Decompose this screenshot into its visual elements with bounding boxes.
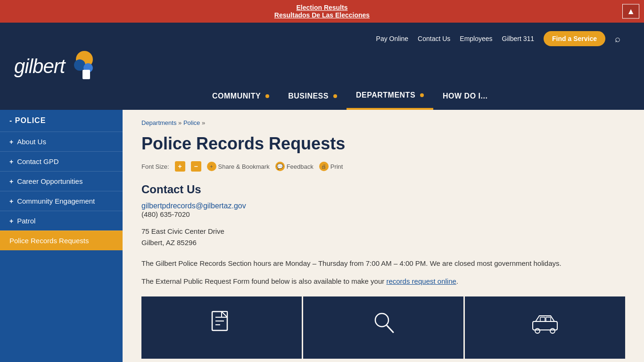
breadcrumb-police[interactable]: Police	[183, 119, 200, 126]
document-icon	[210, 311, 233, 341]
breadcrumb-departments[interactable]: Departments	[141, 119, 176, 126]
card-document[interactable]	[141, 296, 302, 359]
records-request-online-link[interactable]: records request online	[386, 277, 456, 285]
alert-election-results[interactable]: Election Results	[19, 4, 625, 11]
sidebar-item-patrol[interactable]: + Patrol	[0, 211, 123, 230]
nav-departments[interactable]: DEPARTMENTS	[347, 82, 433, 110]
share-bookmark-link[interactable]: + Share & Bookmark	[207, 162, 270, 171]
font-size-label: Font Size:	[141, 163, 169, 170]
plus-icon: +	[9, 158, 13, 165]
main-nav: COMMUNITY BUSINESS DEPARTMENTS HOW DO I.…	[203, 82, 644, 110]
alert-resultados[interactable]: Resultados De Las Elecciones	[19, 11, 625, 19]
svg-rect-13	[540, 317, 545, 321]
breadcrumb: Departments » Police »	[141, 119, 625, 126]
content-wrapper: - POLICE + About Us + Contact GPD + Care…	[0, 110, 644, 362]
contact-us-link[interactable]: Contact Us	[418, 35, 450, 42]
font-tools: Font Size: + − + Share & Bookmark 💬 Feed…	[141, 161, 625, 172]
top-nav: Pay Online Contact Us Employees Gilbert …	[376, 31, 620, 46]
main-content: Departments » Police » Police Records Re…	[123, 110, 644, 362]
search-icon[interactable]: ⌕	[615, 33, 620, 44]
font-decrease-button[interactable]: −	[191, 161, 201, 172]
nav-business[interactable]: BUSINESS	[279, 83, 347, 109]
svg-point-12	[550, 329, 555, 333]
card-car[interactable]	[465, 296, 625, 359]
alert-collapse-chevron[interactable]: ▲	[622, 4, 639, 19]
svg-line-9	[387, 326, 393, 332]
print-icon: 🖨	[319, 162, 329, 171]
pay-online-link[interactable]: Pay Online	[376, 35, 408, 42]
phone-number: (480) 635-7020	[141, 210, 625, 218]
alert-bar: Election Results Resultados De Las Elecc…	[0, 0, 644, 23]
sidebar-item-community-engagement[interactable]: + Community Engagement	[0, 191, 123, 211]
svg-rect-3	[83, 70, 90, 79]
address: 75 East Civic Center Drive Gilbert, AZ 8…	[141, 226, 625, 248]
car-icon	[531, 313, 559, 338]
plus-icon: +	[9, 217, 13, 225]
card-search[interactable]	[303, 296, 463, 359]
feedback-icon: 💬	[275, 162, 285, 171]
sidebar-item-career[interactable]: + Career Opportunities	[0, 171, 123, 191]
logo-text[interactable]: gilbert	[14, 55, 65, 78]
page-title: Police Records Requests	[141, 134, 625, 154]
nav-dot	[265, 94, 269, 98]
nav-how-do-i[interactable]: HOW DO I...	[433, 83, 497, 109]
description-1: The Gilbert Police Records Section hours…	[141, 258, 625, 269]
email-link[interactable]: gilbertpdrecords@gilbertaz.gov	[141, 202, 246, 210]
sidebar-item-about-us[interactable]: + About Us	[0, 132, 123, 151]
sidebar-title: - POLICE	[0, 110, 123, 132]
logo-area: gilbert	[14, 50, 100, 83]
sidebar-item-contact-gpd[interactable]: + Contact GPD	[0, 151, 123, 171]
sidebar-item-police-records[interactable]: Police Records Requests	[0, 230, 123, 250]
employees-link[interactable]: Employees	[460, 35, 492, 42]
svg-rect-14	[546, 317, 551, 321]
font-increase-button[interactable]: +	[175, 161, 185, 172]
share-icon: +	[207, 162, 216, 171]
contact-section-title: Contact Us	[141, 183, 625, 196]
email-container: gilbertpdrecords@gilbertaz.gov	[141, 202, 625, 210]
nav-dot	[333, 94, 337, 98]
feedback-link[interactable]: 💬 Feedback	[275, 162, 314, 171]
cards-row	[141, 296, 625, 359]
svg-point-11	[535, 329, 540, 333]
print-link[interactable]: 🖨 Print	[319, 162, 343, 171]
plus-icon: +	[9, 178, 13, 185]
nav-community[interactable]: COMMUNITY	[203, 83, 279, 109]
logo-icon	[69, 50, 100, 83]
sidebar: - POLICE + About Us + Contact GPD + Care…	[0, 110, 123, 362]
plus-icon: +	[9, 138, 13, 146]
nav-dot	[420, 93, 424, 97]
header: gilbert Pay Online Contact Us Employees …	[0, 23, 644, 110]
svg-point-8	[375, 313, 388, 327]
search-records-icon	[372, 311, 395, 341]
gilbert311-link[interactable]: Gilbert 311	[502, 35, 534, 42]
find-service-button[interactable]: Find a Service	[544, 31, 605, 46]
description-2: The External Public Request Form found b…	[141, 276, 625, 287]
plus-icon: +	[9, 197, 13, 205]
